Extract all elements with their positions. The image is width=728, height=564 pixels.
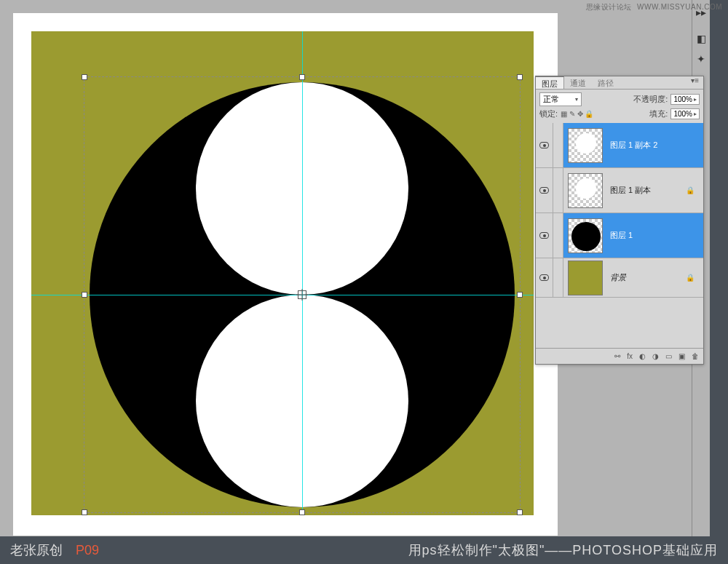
tutorial-title: 用ps轻松制作"太极图"——PHOTOSHOP基础应用 xyxy=(408,541,718,559)
transform-handle-nw[interactable] xyxy=(82,74,87,80)
mask-icon[interactable]: ◐ xyxy=(639,352,646,360)
layer-name: 背景 xyxy=(610,272,626,283)
opacity-input[interactable]: 100% xyxy=(670,94,700,105)
visibility-toggle[interactable] xyxy=(536,258,553,297)
fx-icon[interactable]: fx xyxy=(627,352,633,360)
eye-icon xyxy=(539,232,549,239)
adjustment-icon[interactable]: ◑ xyxy=(652,352,659,360)
panel-controls: 正常 不透明度: 100% 锁定: ▦ ✎ ✥ 🔒 填充: 100% xyxy=(536,90,703,123)
layer-thumbnail xyxy=(568,128,603,163)
fill-label: 填充: xyxy=(649,108,668,119)
layer-thumbnail xyxy=(568,261,603,295)
panel-footer: ⚯ fx ◐ ◑ ▭ ▣ 🗑 xyxy=(536,348,703,364)
tab-channels[interactable]: 通道 xyxy=(564,76,592,89)
eye-icon xyxy=(539,187,549,194)
layer-link-col[interactable] xyxy=(553,213,563,258)
watermark-site: 思缘设计论坛 xyxy=(586,3,632,11)
visibility-toggle[interactable] xyxy=(536,123,553,167)
guide-vertical[interactable] xyxy=(302,31,303,515)
transform-handle-sw[interactable] xyxy=(82,509,87,515)
settings-icon[interactable]: ✦ xyxy=(693,51,709,67)
visibility-toggle[interactable] xyxy=(536,213,553,258)
layers-panel: 图层 通道 路径 ▾≡ 正常 不透明度: 100% 锁定: ▦ ✎ ✥ 🔒 填充… xyxy=(535,76,704,365)
canvas-background xyxy=(31,31,534,515)
layer-row[interactable]: 图层 1 副本 🔒 xyxy=(536,168,703,213)
layer-row[interactable]: 图层 1 副本 2 xyxy=(536,123,703,168)
tab-layers[interactable]: 图层 xyxy=(536,76,564,89)
layer-link-col[interactable] xyxy=(553,258,563,297)
panel-tabs: 图层 通道 路径 ▾≡ xyxy=(536,76,703,90)
page-number: P09 xyxy=(76,543,99,558)
footer-bar: 老张原创 P09 用ps轻松制作"太极图"——PHOTOSHOP基础应用 xyxy=(0,536,728,564)
layer-body[interactable]: 背景 🔒 xyxy=(563,258,703,297)
layer-body[interactable]: 图层 1 副本 2 xyxy=(563,123,703,167)
layer-link-col[interactable] xyxy=(553,168,563,213)
panel-menu-icon[interactable]: ▾≡ xyxy=(687,76,703,89)
guide-horizontal[interactable] xyxy=(31,295,534,295)
layer-thumbnail xyxy=(568,218,603,253)
transform-handle-se[interactable] xyxy=(517,509,523,515)
folder-icon[interactable]: ▭ xyxy=(665,352,672,360)
layer-link-col[interactable] xyxy=(553,123,563,167)
layer-name: 图层 1 xyxy=(610,230,633,241)
canvas[interactable] xyxy=(13,13,558,536)
watermark-url: WWW.MISSYUAN.COM xyxy=(637,3,722,11)
eye-icon xyxy=(539,274,549,281)
history-icon[interactable]: ◧ xyxy=(693,31,709,47)
transform-handle-ne[interactable] xyxy=(517,74,523,80)
fill-input[interactable]: 100% xyxy=(670,108,700,119)
layer-row[interactable]: 图层 1 xyxy=(536,213,703,258)
visibility-toggle[interactable] xyxy=(536,168,553,213)
layers-list: 图层 1 副本 2 图层 1 副本 🔒 图层 1 背 xyxy=(536,123,703,298)
lock-icons[interactable]: ▦ ✎ ✥ 🔒 xyxy=(561,110,593,118)
lock-icon: 🔒 xyxy=(686,274,695,282)
lock-icon: 🔒 xyxy=(686,186,695,194)
lock-label: 锁定: xyxy=(539,108,558,119)
opacity-label: 不透明度: xyxy=(633,94,668,105)
watermark: 思缘设计论坛 WWW.MISSYUAN.COM xyxy=(586,2,722,12)
author-label: 老张原创 xyxy=(10,541,63,559)
eye-icon xyxy=(539,142,549,148)
layer-body[interactable]: 图层 1 副本 🔒 xyxy=(563,168,703,213)
layer-row[interactable]: 背景 🔒 xyxy=(536,258,703,298)
layer-thumbnail xyxy=(568,173,603,208)
layer-body[interactable]: 图层 1 xyxy=(563,213,703,258)
blend-mode-dropdown[interactable]: 正常 xyxy=(539,92,582,106)
tab-paths[interactable]: 路径 xyxy=(592,76,620,89)
layer-name: 图层 1 副本 2 xyxy=(610,140,657,151)
layer-name: 图层 1 副本 xyxy=(610,185,651,196)
trash-icon[interactable]: 🗑 xyxy=(692,352,699,360)
link-layers-icon[interactable]: ⚯ xyxy=(614,352,620,360)
new-layer-icon[interactable]: ▣ xyxy=(678,352,685,360)
